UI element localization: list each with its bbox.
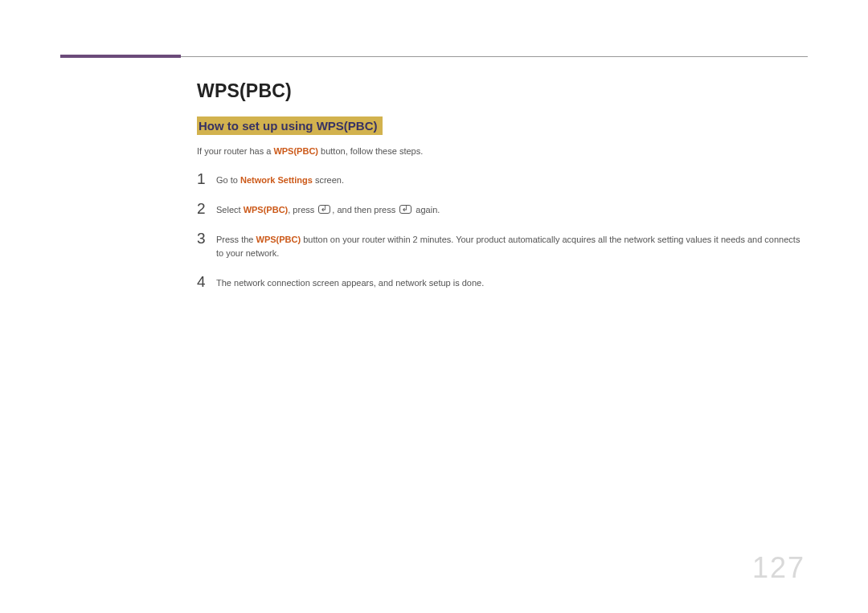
step2-d: , and then press <box>332 205 398 215</box>
step-text: Go to Network Settings screen. <box>216 170 344 187</box>
enter-icon <box>318 205 330 214</box>
page-heading: WPS(PBC) <box>197 80 808 102</box>
step1-c: screen. <box>313 175 344 185</box>
step-item-4: 4 The network connection screen appears,… <box>197 273 808 290</box>
step3-a: Press the <box>216 235 256 244</box>
step-number: 1 <box>197 170 216 186</box>
content-area: WPS(PBC) How to set up using WPS(PBC) If… <box>197 80 808 303</box>
steps-list: 1 Go to Network Settings screen. 2 Selec… <box>197 170 808 290</box>
step2-b: WPS(PBC) <box>244 205 289 215</box>
step-item-2: 2 Select WPS(PBC), press , and then pres… <box>197 200 808 217</box>
step-item-3: 3 Press the WPS(PBC) button on your rout… <box>197 230 808 260</box>
step4-a: The network connection screen appears, a… <box>216 278 484 288</box>
step-number: 4 <box>197 273 216 289</box>
step-text: Press the WPS(PBC) button on your router… <box>216 230 808 260</box>
step1-b: Network Settings <box>240 175 313 185</box>
top-accent-bar <box>60 55 181 58</box>
step1-a: Go to <box>216 175 240 185</box>
page-number: 127 <box>752 551 805 585</box>
intro-suffix: button, follow these steps. <box>318 146 423 156</box>
section-subheading: How to set up using WPS(PBC) <box>197 116 383 135</box>
step2-c: , press <box>288 205 317 215</box>
intro-text: If your router has a WPS(PBC) button, fo… <box>197 146 808 156</box>
step-text: Select WPS(PBC), press , and then press … <box>216 200 440 217</box>
intro-strong: WPS(PBC) <box>273 146 318 156</box>
step-number: 2 <box>197 200 216 216</box>
step-item-1: 1 Go to Network Settings screen. <box>197 170 808 187</box>
enter-icon <box>399 205 411 214</box>
step3-b: WPS(PBC) <box>256 235 301 244</box>
step-number: 3 <box>197 230 216 246</box>
step2-a: Select <box>216 205 244 215</box>
step2-e: again. <box>413 205 440 215</box>
intro-prefix: If your router has a <box>197 146 273 156</box>
step3-c: button on your router within 2 minutes. … <box>216 235 800 258</box>
step-text: The network connection screen appears, a… <box>216 273 484 290</box>
